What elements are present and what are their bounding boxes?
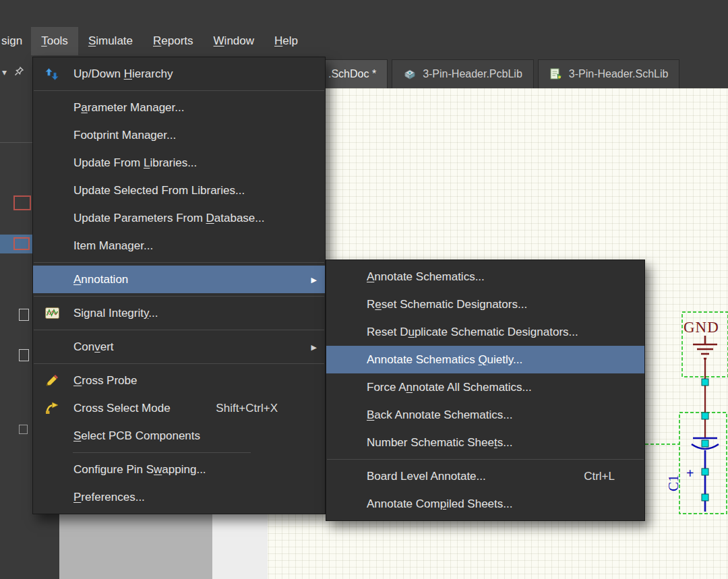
- item-label: Annotate Schematics...: [367, 270, 485, 284]
- menubar: signToolsSimulateReportsWindowHelp: [0, 27, 728, 55]
- panel-divider: [0, 142, 32, 143]
- item-label: Preferences...: [73, 491, 145, 504]
- item-label: Reports: [153, 34, 193, 48]
- menubar-item-sign[interactable]: sign: [0, 27, 31, 55]
- submenu-arrow-icon: ▶: [311, 342, 317, 351]
- tools-menu-item-update-from-libraries[interactable]: Update From Libraries...: [33, 149, 325, 177]
- item-label: Item Manager...: [73, 239, 153, 253]
- tools-menu-item-up-down-hierarchy[interactable]: Up/Down Hierarchy: [33, 60, 325, 88]
- gnd-net-label[interactable]: GND: [684, 319, 719, 336]
- menubar-item-help[interactable]: Help: [264, 27, 308, 55]
- item-label: Annotate Schematics Quietly...: [367, 353, 522, 367]
- sheet-icon-partial: [13, 237, 30, 250]
- tools-menu-item-signal-integrity[interactable]: Signal Integrity...: [33, 299, 325, 327]
- tab-schdoc[interactable]: .SchDoc *: [317, 59, 388, 88]
- sheet-icon-partial[interactable]: [13, 195, 31, 210]
- tab-label: 3-Pin-Header.SchLib: [569, 68, 669, 80]
- cross-probe-icon: [40, 374, 64, 387]
- item-label: Help: [274, 34, 298, 48]
- annotation-submenu-item-force-annotate-all-schematics[interactable]: Force Annotate All Schematics...: [326, 373, 644, 401]
- annotation-submenu: Annotate Schematics...Reset Schematic De…: [326, 260, 645, 521]
- item-label: Window: [214, 34, 254, 48]
- tools-menu-item-footprint-manager[interactable]: Footprint Manager...: [33, 121, 325, 149]
- menu-separator: [34, 90, 324, 91]
- item-label: Select PCB Components: [73, 429, 200, 443]
- menu-separator: [34, 262, 324, 263]
- tab-label: 3-Pin-Header.PcbLib: [423, 68, 522, 80]
- annotation-submenu-item-number-schematic-sheets[interactable]: Number Schematic Sheets...: [326, 429, 644, 456]
- item-label: Annotation: [73, 273, 128, 286]
- annotation-submenu-item-annotate-schematics[interactable]: Annotate Schematics...: [326, 263, 644, 291]
- projects-panel-edge: [0, 55, 32, 579]
- sheet-margin: [212, 512, 268, 579]
- item-label: Configure Pin Swapping...: [73, 463, 206, 477]
- hierarchy-icon: [40, 67, 64, 81]
- annotation-submenu-item-annotate-compiled-sheets[interactable]: Annotate Compiled Sheets...: [326, 490, 644, 518]
- tools-menu-item-update-selected-from-libraries[interactable]: Update Selected From Libraries...: [33, 177, 325, 204]
- document-icon-partial[interactable]: [19, 309, 29, 321]
- selected-document-row-partial[interactable]: [0, 235, 32, 253]
- item-label: Back Annotate Schematics...: [367, 408, 512, 422]
- tab-3-pin-header-schlib[interactable]: 3-Pin-Header.SchLib: [538, 59, 680, 88]
- app-window: signToolsSimulateReportsWindowHelp ▾ .Sc…: [0, 0, 728, 579]
- menubar-item-window[interactable]: Window: [204, 27, 264, 55]
- menubar-item-tools[interactable]: Tools: [31, 27, 78, 55]
- signal-integrity-icon: [40, 307, 64, 319]
- annotation-submenu-item-reset-schematic-designators[interactable]: Reset Schematic Designators...: [326, 291, 644, 318]
- tools-menu-item-item-manager[interactable]: Item Manager...: [33, 232, 325, 260]
- capacitor-polarity-plus: +: [686, 466, 694, 481]
- document-icon-partial[interactable]: [19, 425, 28, 434]
- item-label: sign: [1, 34, 22, 48]
- item-label: Update From Libraries...: [73, 156, 197, 170]
- panel-controls: ▾: [2, 66, 24, 78]
- item-label: Number Schematic Sheets...: [367, 436, 512, 450]
- pin-icon[interactable]: [14, 66, 24, 78]
- menu-item-shortcut: Shift+Ctrl+X: [216, 402, 278, 415]
- tools-menu-item-preferences[interactable]: Preferences...: [33, 483, 325, 511]
- menubar-item-reports[interactable]: Reports: [143, 27, 204, 55]
- docked-panel-blank: [59, 512, 212, 579]
- item-label: Update Parameters From Database...: [73, 212, 264, 225]
- document-icon-partial[interactable]: [19, 349, 29, 361]
- cross-select-icon: [40, 402, 64, 415]
- annotation-submenu-item-reset-duplicate-schematic-designators[interactable]: Reset Duplicate Schematic Designators...: [326, 318, 644, 346]
- menu-separator: [73, 452, 251, 453]
- tools-menu: Up/Down HierarchyParameter Manager...Foo…: [32, 57, 326, 514]
- item-label: Footprint Manager...: [73, 129, 176, 142]
- tools-menu-item-convert[interactable]: Convert▶: [33, 333, 325, 361]
- menu-separator: [34, 296, 324, 297]
- tools-menu-item-cross-select-mode[interactable]: Cross Select ModeShift+Ctrl+X: [33, 394, 325, 422]
- annotation-submenu-item-back-annotate-schematics[interactable]: Back Annotate Schematics...: [326, 401, 644, 429]
- tools-menu-item-annotation[interactable]: Annotation▶: [33, 266, 325, 293]
- menubar-item-simulate[interactable]: Simulate: [78, 27, 143, 55]
- item-label: Cross Probe: [73, 374, 137, 388]
- item-label: Reset Schematic Designators...: [367, 298, 527, 311]
- capacitor-c1[interactable]: + C1: [645, 413, 727, 514]
- tools-menu-item-select-pcb-components[interactable]: Select PCB Components: [33, 422, 325, 450]
- panel-collapse-icon[interactable]: ▾: [2, 67, 7, 78]
- menu-separator: [34, 330, 324, 330]
- item-label: Reset Duplicate Schematic Designators...: [367, 326, 578, 339]
- capacitor-designator[interactable]: C1: [665, 475, 681, 491]
- menu-separator: [34, 363, 324, 364]
- tools-menu-item-cross-probe[interactable]: Cross Probe: [33, 367, 325, 394]
- item-label: Annotate Compiled Sheets...: [367, 497, 512, 511]
- item-label: Parameter Manager...: [73, 101, 184, 115]
- item-label: Board Level Annotate...: [367, 470, 486, 483]
- tab-3-pin-header-pcblib[interactable]: 3-Pin-Header.PcbLib: [392, 59, 534, 88]
- menu-separator: [327, 459, 644, 460]
- submenu-arrow-icon: ▶: [311, 275, 317, 284]
- tab-label: .SchDoc *: [328, 68, 376, 80]
- tools-menu-item-update-parameters-from-database[interactable]: Update Parameters From Database...: [33, 204, 325, 232]
- schlib-icon: [549, 68, 563, 80]
- annotation-submenu-item-board-level-annotate[interactable]: Board Level Annotate...Ctrl+L: [326, 462, 644, 490]
- item-label: Up/Down Hierarchy: [73, 67, 173, 81]
- item-label: Tools: [41, 34, 68, 48]
- item-label: Cross Select Mode: [73, 402, 171, 415]
- item-label: Update Selected From Libraries...: [73, 184, 245, 197]
- annotation-submenu-item-annotate-schematics-quietly[interactable]: Annotate Schematics Quietly...: [326, 346, 644, 373]
- item-label: Force Annotate All Schematics...: [367, 381, 532, 394]
- tools-menu-item-configure-pin-swapping[interactable]: Configure Pin Swapping...: [33, 456, 325, 483]
- tools-menu-item-parameter-manager[interactable]: Parameter Manager...: [33, 94, 325, 121]
- item-label: Signal Integrity...: [73, 307, 158, 320]
